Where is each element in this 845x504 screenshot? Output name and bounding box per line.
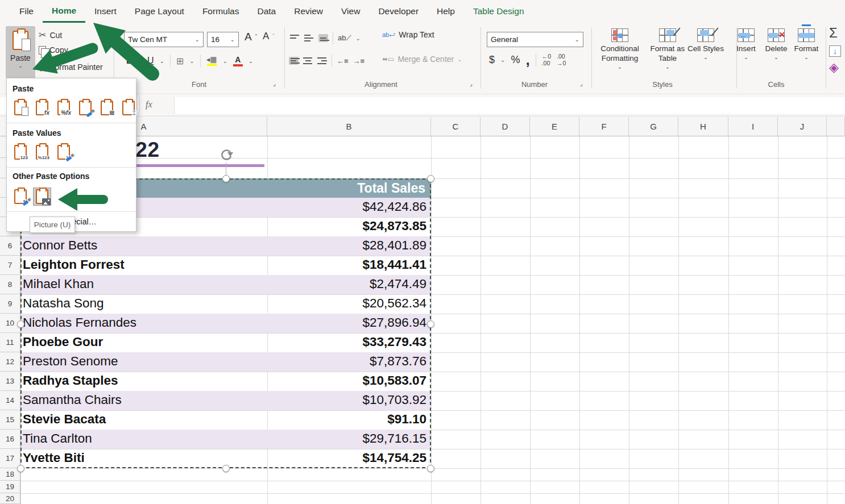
column-header-k-partial[interactable] — [827, 117, 845, 136]
row-header-19[interactable]: 19 — [0, 481, 20, 493]
tab-data[interactable]: Data — [248, 0, 285, 23]
table-row[interactable]: Connor Betts$28,401.89 — [20, 236, 431, 256]
clear-button[interactable]: ◈ — [829, 60, 839, 75]
row-header-12[interactable]: 12 — [0, 352, 20, 372]
align-center-button[interactable] — [303, 57, 313, 65]
conditional-formatting-button[interactable]: Conditional Formatting ⌄ — [595, 28, 645, 70]
formula-input[interactable] — [174, 97, 845, 114]
middle-align-button[interactable] — [304, 34, 314, 42]
borders-chevron[interactable]: ⌄ — [189, 58, 194, 64]
font-color-chevron[interactable]: ⌄ — [248, 58, 253, 64]
selection-handle-top-middle[interactable] — [222, 175, 230, 182]
selection-handle-bottom-left[interactable] — [17, 465, 24, 472]
underline-chevron[interactable]: ⌄ — [159, 58, 164, 64]
table-row[interactable]: Preston Senome$7,873.76 — [20, 352, 431, 372]
column-header-c[interactable]: C — [431, 117, 481, 136]
paste-option-keep-source-column-widths[interactable]: ⌶ — [119, 99, 138, 117]
fill-button[interactable]: ↓ — [829, 45, 841, 57]
table-row[interactable]: Stevie Bacata$91.10 — [20, 410, 431, 430]
selection-handle-bottom-right[interactable] — [427, 465, 434, 472]
column-header-d[interactable]: D — [481, 117, 530, 136]
format-painter-button[interactable]: Format Painter — [39, 63, 103, 72]
tab-view[interactable]: View — [332, 0, 369, 23]
fill-color-chevron[interactable]: ⌄ — [222, 58, 227, 64]
tab-review[interactable]: Review — [285, 0, 332, 23]
table-row[interactable]: Natasha Song$20,562.34 — [20, 294, 431, 314]
row-header-6[interactable]: 6 — [0, 236, 20, 256]
copy-button[interactable]: Copy ⌄ — [39, 45, 76, 55]
column-header-i[interactable]: I — [728, 117, 778, 136]
table-row[interactable]: Nicholas Fernandes$27,896.94 — [20, 314, 431, 333]
orientation-button[interactable]: ab⟋ — [338, 34, 351, 43]
table-row[interactable]: Radhya Staples$10,583.07 — [20, 372, 431, 391]
font-color-button[interactable]: A — [233, 56, 243, 66]
italic-button[interactable]: I — [139, 56, 142, 66]
alignment-dialog-launcher[interactable]: ⌟ — [470, 80, 473, 88]
column-header-f[interactable]: F — [579, 117, 629, 136]
bottom-align-button[interactable] — [318, 34, 328, 42]
increase-decimal-button[interactable]: ←0.00 — [542, 53, 551, 66]
paste-option-values-source-formatting[interactable]: 12 — [55, 143, 73, 161]
row-header-14[interactable]: 14 — [0, 391, 20, 410]
paste-option-keep-source-formatting[interactable] — [76, 99, 94, 117]
fill-color-button[interactable]: ◂▦ — [206, 56, 217, 66]
number-dialog-launcher[interactable]: ⌟ — [580, 80, 583, 88]
tab-formulas[interactable]: Formulas — [193, 0, 248, 23]
paste-option-values[interactable]: 123 — [11, 143, 30, 161]
borders-button[interactable]: ⊞ — [176, 56, 184, 66]
decrease-font-button[interactable]: Aˇ — [263, 31, 275, 42]
table-row[interactable]: Mihael Khan$2,474.49 — [20, 275, 431, 294]
row-header-13[interactable]: 13 — [0, 372, 20, 391]
underline-button[interactable]: U — [147, 56, 154, 66]
row-header-8[interactable]: 8 — [0, 275, 20, 294]
row-header-15[interactable]: 15 — [0, 410, 20, 430]
paste-option-formulas-number-formatting[interactable]: %fx — [55, 99, 73, 117]
paste-option-picture[interactable] — [33, 188, 51, 206]
font-name-combo[interactable]: Tw Cen MT⌄ — [124, 32, 204, 47]
tab-home[interactable]: Home — [43, 0, 85, 23]
insert-cells-button[interactable]: ← Insert ⌄ — [732, 28, 760, 61]
column-header-j[interactable]: J — [778, 117, 827, 136]
cut-button[interactable]: ✂ Cut — [39, 30, 62, 40]
row-header-20[interactable]: 20 — [0, 493, 20, 504]
decrease-decimal-button[interactable]: .00→0 — [557, 53, 566, 66]
delete-cells-button[interactable]: ✕ Delete ⌄ — [762, 28, 790, 61]
selection-handle-middle-left[interactable] — [17, 320, 24, 328]
decrease-indent-button[interactable]: ←≡ — [337, 57, 349, 65]
bold-button[interactable]: B — [126, 56, 133, 66]
tab-help[interactable]: Help — [428, 0, 464, 23]
selection-handle-top-right[interactable] — [427, 175, 434, 182]
autosum-button[interactable]: Σ — [829, 25, 838, 41]
paste-option-formulas[interactable]: fx — [33, 99, 51, 117]
table-row[interactable]: Phoebe Gour$33,279.43 — [20, 333, 431, 352]
column-header-g[interactable]: G — [629, 117, 678, 136]
paste-option-no-borders[interactable]: ⊞ — [98, 99, 116, 117]
wrap-text-button[interactable]: ab⮐ Wrap Text — [382, 30, 434, 39]
selection-handle-bottom-middle[interactable] — [222, 465, 230, 472]
row-header-17[interactable]: 17 — [0, 449, 20, 468]
font-dialog-launcher[interactable]: ⌟ — [273, 80, 276, 88]
paste-option-paste[interactable] — [11, 99, 30, 117]
column-header-b[interactable]: B — [267, 117, 431, 136]
row-header-9[interactable]: 9 — [0, 294, 20, 314]
increase-indent-button[interactable]: →≡ — [353, 57, 365, 65]
increase-font-button[interactable]: Aˆ — [245, 31, 257, 43]
top-align-button[interactable] — [290, 34, 300, 42]
align-right-button[interactable] — [317, 57, 327, 65]
paste-dropdown-chevron[interactable]: ⌄ — [18, 63, 23, 69]
column-header-e[interactable]: E — [530, 117, 579, 136]
tab-page-layout[interactable]: Page Layout — [126, 0, 193, 23]
percent-style-button[interactable]: % — [511, 54, 520, 66]
table-row[interactable]: Tina Carlton$29,716.15 — [20, 430, 431, 449]
row-header-16[interactable]: 16 — [0, 430, 20, 449]
paste-option-formatting[interactable]: % — [11, 188, 30, 206]
tab-insert[interactable]: Insert — [85, 0, 126, 23]
format-cells-button[interactable]: Format ⌄ — [792, 28, 821, 61]
table-row[interactable]: Samantha Chairs$10,703.92 — [20, 391, 431, 410]
row-header-7[interactable]: 7 — [0, 256, 20, 275]
font-size-combo[interactable]: 16⌄ — [207, 32, 239, 47]
rotation-handle-icon[interactable] — [219, 148, 234, 163]
table-row[interactable]: Leighton Forrest$18,441.41 — [20, 256, 431, 275]
tab-developer[interactable]: Developer — [369, 0, 428, 23]
number-format-combo[interactable]: General⌄ — [487, 32, 583, 47]
